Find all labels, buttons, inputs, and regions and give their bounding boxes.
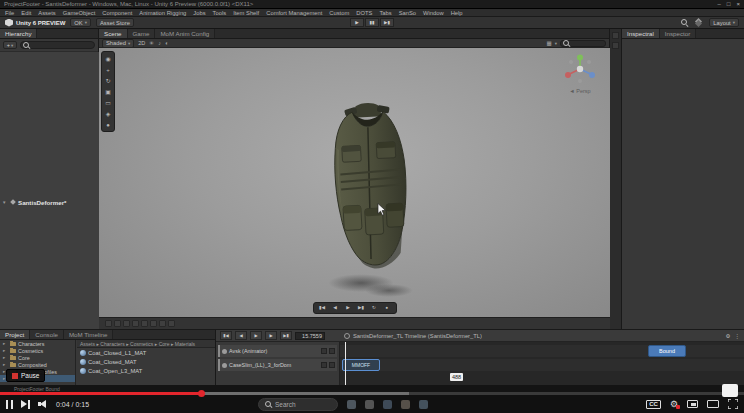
tab-inspectral[interactable]: Inspectral bbox=[622, 29, 660, 38]
rotate-tool[interactable]: ↻ bbox=[103, 75, 113, 86]
track-mute-button[interactable] bbox=[321, 348, 327, 354]
taskbar-window-button[interactable]: ProjectFooter Bound bbox=[14, 386, 60, 392]
timeline-play-button[interactable]: ▶ bbox=[250, 331, 262, 340]
play-button[interactable]: ▶ bbox=[350, 18, 364, 27]
player-next-button[interactable] bbox=[21, 400, 30, 409]
playhead[interactable] bbox=[345, 342, 346, 385]
orientation-gizmo[interactable]: ◄ Persp bbox=[560, 52, 600, 94]
theater-mode-icon[interactable] bbox=[707, 400, 719, 408]
projection-label[interactable]: ◄ Persp bbox=[560, 88, 600, 94]
move-tool[interactable]: + bbox=[103, 64, 113, 75]
timeline-clip-mmoff[interactable]: MMOFF bbox=[342, 359, 380, 371]
overlay-record-button[interactable]: ● bbox=[382, 304, 393, 312]
close-button[interactable]: × bbox=[736, 1, 740, 7]
menu-tools[interactable]: Tools bbox=[213, 10, 227, 16]
asset-row[interactable]: Coat_Open_L3_MAT bbox=[77, 366, 215, 375]
scale-tool[interactable]: ▣ bbox=[103, 86, 113, 97]
track-animator[interactable]: Avsk (Animator) bbox=[218, 345, 337, 357]
version-control-dropdown[interactable]: OK ▾ bbox=[70, 18, 91, 27]
layers-icon[interactable] bbox=[694, 18, 703, 27]
tab-inspector[interactable]: Inspector bbox=[660, 29, 696, 38]
overlay-skip-start-button[interactable]: ▮◀ bbox=[317, 304, 328, 312]
dock-icon[interactable] bbox=[612, 32, 619, 39]
overlay-skip-end-button[interactable]: ▶▮ bbox=[356, 304, 367, 312]
grid-icon[interactable]: ▦ bbox=[547, 40, 552, 47]
asset-store-button[interactable]: Asset Store bbox=[96, 18, 134, 27]
hierarchy-search-input[interactable] bbox=[20, 41, 95, 49]
fullscreen-icon[interactable] bbox=[728, 399, 738, 409]
bottombar-icon[interactable] bbox=[105, 320, 112, 327]
menu-file[interactable]: File bbox=[5, 10, 14, 16]
taskbar-app-icon[interactable] bbox=[401, 400, 410, 409]
layout-dropdown[interactable]: Layout ▾ bbox=[709, 18, 739, 27]
bottombar-icon[interactable] bbox=[141, 320, 148, 327]
menu-animation-rigging[interactable]: Animation Rigging bbox=[139, 10, 186, 16]
menu-comfort-management[interactable]: Comfort Management bbox=[266, 10, 322, 16]
lighting-toggle-icon[interactable]: ☀ bbox=[149, 40, 154, 47]
tab-scene[interactable]: Scene bbox=[99, 29, 128, 38]
effects-toggle-icon[interactable]: ◐ bbox=[165, 40, 168, 47]
asset-row[interactable]: Coat_Closed_MAT bbox=[77, 357, 215, 366]
taskbar-search[interactable]: Search bbox=[258, 398, 338, 411]
menu-tabs[interactable]: Tabs bbox=[379, 10, 391, 16]
overlay-play-button[interactable]: ▶ bbox=[343, 304, 354, 312]
bottombar-icon[interactable] bbox=[159, 320, 166, 327]
taskbar-app-icon[interactable] bbox=[419, 400, 428, 409]
taskbar-app-icon[interactable] bbox=[347, 400, 356, 409]
menu-help[interactable]: Help bbox=[451, 10, 463, 16]
tab-mom-anim-config[interactable]: MoM Anim Config bbox=[155, 29, 215, 38]
overlay-loop-button[interactable]: ↻ bbox=[369, 304, 380, 312]
asset-row[interactable]: Coat_Closed_L1_MAT bbox=[77, 348, 215, 357]
track-mute-button[interactable] bbox=[321, 362, 327, 368]
menu-custom[interactable]: Custom bbox=[329, 10, 349, 16]
bottombar-icon[interactable] bbox=[114, 320, 121, 327]
folder-row-cosmetics[interactable]: ▸Cosmetics bbox=[0, 347, 75, 354]
expander-icon[interactable]: ▼ bbox=[2, 200, 7, 205]
menu-dots[interactable]: DOTS bbox=[356, 10, 372, 16]
timeline-prev-frame-button[interactable]: ◀ bbox=[235, 331, 247, 340]
timeline-next-frame-button[interactable]: ▶ bbox=[265, 331, 277, 340]
folder-row-composited[interactable]: ▸Composited bbox=[0, 361, 75, 368]
bottombar-icon[interactable] bbox=[123, 320, 130, 327]
menu-sanso[interactable]: SanSo bbox=[399, 10, 416, 16]
timeline-skip-start-button[interactable]: ▮◀ bbox=[220, 331, 232, 340]
tab-console[interactable]: Console bbox=[30, 330, 64, 339]
create-dropdown[interactable]: + ▾ bbox=[3, 41, 17, 49]
timeline-skip-end-button[interactable]: ▶▮ bbox=[280, 331, 292, 340]
progress-knob[interactable] bbox=[198, 390, 205, 397]
folder-row-characters[interactable]: ▸Characters bbox=[0, 340, 75, 347]
toggle-2d[interactable]: 2D bbox=[138, 40, 145, 46]
tab-game[interactable]: Game bbox=[128, 29, 156, 38]
menu-item-shelf[interactable]: Item Shelf bbox=[233, 10, 259, 16]
gear-icon[interactable]: ⚙ bbox=[726, 333, 731, 339]
menu-edit[interactable]: Edit bbox=[21, 10, 31, 16]
menu-component[interactable]: Component bbox=[102, 10, 132, 16]
draw-mode-dropdown[interactable]: Shaded ▾ bbox=[102, 39, 134, 48]
step-button[interactable]: ▶▮ bbox=[380, 18, 394, 27]
transform-tool[interactable]: ◈ bbox=[103, 108, 113, 119]
rect-tool[interactable]: ▭ bbox=[103, 97, 113, 108]
menu-window[interactable]: Window bbox=[423, 10, 444, 16]
volume-icon[interactable] bbox=[38, 400, 48, 409]
tab-hierarchy[interactable]: Hierarchy bbox=[0, 29, 37, 38]
timeline-frame-field[interactable]: 15.7559 bbox=[295, 332, 325, 340]
settings-gear-icon[interactable]: ⚙ bbox=[670, 399, 678, 409]
miniplayer-icon[interactable] bbox=[687, 400, 698, 408]
track-caseslim[interactable]: CaseSlim_(LL)_3_forDom bbox=[218, 359, 337, 371]
tab-mom-timeline[interactable]: MoM Timeline bbox=[64, 330, 114, 339]
view-tool[interactable]: ◉ bbox=[103, 53, 113, 64]
minimize-button[interactable]: – bbox=[718, 1, 721, 7]
player-pause-button[interactable] bbox=[6, 400, 13, 409]
menu-gameobject[interactable]: GameObject bbox=[63, 10, 96, 16]
maximize-button[interactable]: □ bbox=[727, 1, 731, 7]
timeline-clip-area[interactable]: Bound MMOFF 488 bbox=[340, 342, 744, 385]
captions-button[interactable]: CC bbox=[646, 400, 661, 409]
scene-search-input[interactable] bbox=[560, 40, 606, 47]
taskbar-app-icon[interactable] bbox=[365, 400, 374, 409]
custom-tool[interactable]: ● bbox=[103, 119, 113, 130]
bottombar-icon[interactable] bbox=[132, 320, 139, 327]
scene-viewport[interactable]: ◉ + ↻ ▣ ▭ ◈ ● bbox=[99, 48, 610, 317]
search-icon[interactable] bbox=[681, 19, 688, 26]
breadcrumb[interactable]: Assets ▸ Characters ▸ Cosmetics ▸ Core ▸… bbox=[77, 340, 215, 348]
more-icon[interactable]: ⋮ bbox=[735, 333, 741, 339]
